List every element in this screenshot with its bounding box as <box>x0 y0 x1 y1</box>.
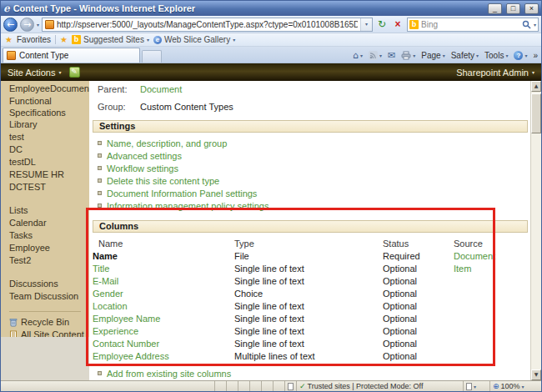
sidebar-item[interactable]: Calendar <box>9 216 86 229</box>
add-column-link[interactable]: Add from new site column <box>98 379 530 380</box>
table-row: Employee Address Multiple lines of text … <box>89 349 530 362</box>
user-menu[interactable]: Sharepoint Admin ▾ <box>456 68 534 78</box>
chevron-down-icon: ▾ <box>505 53 508 58</box>
compatibility-view-button[interactable]: ▾ <box>463 381 489 391</box>
new-tab-button[interactable] <box>142 50 162 63</box>
safety-menu[interactable]: Safety▾ <box>451 51 479 60</box>
refresh-button[interactable]: ↻ <box>375 18 389 32</box>
column-name-link[interactable]: Title <box>93 264 109 274</box>
minimize-button[interactable]: _ <box>488 3 502 14</box>
sidebar-item[interactable]: testDL <box>9 155 86 168</box>
stop-button[interactable]: × <box>391 18 404 32</box>
url-text[interactable]: http://spserver:5000/_layouts/ManageCont… <box>57 20 358 29</box>
favorites-bar: ★ Favorites ★ b Suggested Sites ▾ e Web … <box>1 33 541 47</box>
toolbar-overflow-button[interactable]: » <box>533 51 538 60</box>
sidebar-item[interactable]: Employee <box>9 241 86 254</box>
column-type-value: Single line of text <box>234 299 383 312</box>
sidebar-item-label: test <box>9 132 24 142</box>
sidebar-item[interactable]: test <box>9 130 86 143</box>
read-mail-button[interactable]: ✉ <box>388 50 395 61</box>
url-field[interactable]: http://spserver:5000/_layouts/ManageCont… <box>42 18 373 32</box>
column-name-link[interactable]: E-Mail <box>93 276 118 286</box>
vertical-scrollbar[interactable]: ▲ ▼ <box>530 81 541 380</box>
sidebar-item[interactable]: Discussions <box>9 277 86 289</box>
settings-link[interactable]: Name, description, and group <box>98 137 530 149</box>
web-slice-gallery-icon: e <box>153 36 162 44</box>
sharepoint-top-bar: Site Actions ▾ ✎ Sharepoint Admin ▾ <box>1 63 541 81</box>
column-name-link[interactable]: Contact Number <box>93 339 159 349</box>
search-icon[interactable] <box>522 20 531 29</box>
sidebar-item[interactable]: Functional Specifications Library <box>9 94 86 130</box>
settings-link[interactable]: Workflow settings <box>98 162 530 174</box>
chevron-down-icon[interactable]: ▾ <box>147 37 149 43</box>
settings-link-label: Information management policy settings <box>107 201 268 211</box>
column-source-link[interactable]: Document <box>454 251 495 261</box>
column-name-link[interactable]: Gender <box>93 289 123 299</box>
tab-title: Content Type <box>19 51 68 60</box>
close-button[interactable]: × <box>524 3 539 14</box>
add-to-favorites-icon[interactable]: ★ <box>60 35 68 44</box>
url-history-dropdown-icon[interactable]: ▾ <box>360 18 372 31</box>
settings-link[interactable]: Delete this site content type <box>98 174 530 187</box>
sidebar-item[interactable]: Test2 <box>9 254 86 266</box>
settings-link[interactable]: Advanced settings <box>98 149 530 162</box>
page-menu[interactable]: Page▾ <box>421 51 444 60</box>
sidebar-item-all-site-content[interactable]: All Site Content <box>9 329 86 337</box>
table-row: Contact Number Single line of text Optio… <box>89 337 530 349</box>
search-input[interactable]: Bing <box>421 20 519 29</box>
scroll-down-button[interactable]: ▼ <box>531 369 541 380</box>
favorites-item-suggested-sites[interactable]: b Suggested Sites ▾ <box>72 35 149 44</box>
forward-button[interactable]: → <box>20 18 34 32</box>
sidebar-item-recycle-bin[interactable]: Recycle Bin <box>9 316 86 329</box>
site-actions-menu[interactable]: Site Actions ▾ ✎ <box>8 67 80 78</box>
favorites-button[interactable]: Favorites <box>17 35 51 44</box>
scrollbar-thumb[interactable] <box>531 93 541 133</box>
settings-link[interactable]: Document Information Panel settings <box>98 187 530 199</box>
scroll-up-button[interactable]: ▲ <box>531 81 541 92</box>
sidebar-item-label: Employee <box>9 243 50 253</box>
sidebar-item[interactable]: RESUME HR <box>9 168 86 180</box>
zoom-control[interactable]: ⊕ 100% ▾ <box>489 381 541 391</box>
sidebar-item-label: testDL <box>9 157 36 167</box>
sidebar-item[interactable]: EmployeeDocument <box>9 82 86 94</box>
scrollbar-track[interactable] <box>531 133 541 369</box>
column-source-link[interactable]: Item <box>454 264 471 274</box>
column-name-link[interactable]: Employee Name <box>93 314 160 324</box>
bullet-icon <box>98 153 102 158</box>
chevron-down-icon[interactable]: ▾ <box>233 37 235 43</box>
favorites-item-label: Web Slice Gallery <box>164 35 230 44</box>
column-type-value: Single line of text <box>234 312 383 324</box>
recent-pages-dropdown-icon[interactable]: ▾ <box>37 22 39 28</box>
sidebar-item[interactable]: DCTEST <box>9 180 86 193</box>
column-name-link[interactable]: Experience <box>93 326 138 336</box>
sidebar-item[interactable]: Tasks <box>9 229 86 241</box>
back-button[interactable]: ← <box>3 18 18 32</box>
print-button[interactable]: ▾ <box>401 51 415 60</box>
tools-menu[interactable]: Tools▾ <box>484 51 508 60</box>
column-type-value: Choice <box>234 287 383 299</box>
column-name-link[interactable]: Employee Address <box>93 351 169 361</box>
chevron-down-icon: ▾ <box>58 69 61 75</box>
zoom-level: 100% <box>501 382 520 390</box>
home-button[interactable]: ⌂▾ <box>353 50 363 61</box>
favorites-item-web-slice-gallery[interactable]: e Web Slice Gallery ▾ <box>153 35 235 44</box>
sidebar-item[interactable]: Lists <box>9 204 86 216</box>
table-row: Gender Choice Optional <box>89 287 530 299</box>
column-type-value: Single line of text <box>234 337 383 349</box>
parent-value-link[interactable]: Document <box>140 84 182 94</box>
column-type-value: File <box>234 249 383 262</box>
sidebar-item[interactable]: DC <box>9 143 86 155</box>
settings-link[interactable]: Information management policy settings <box>98 199 530 212</box>
tab-favicon <box>7 51 16 60</box>
maximize-button[interactable]: □ <box>506 3 520 14</box>
help-menu[interactable]: ?▾ <box>514 51 527 60</box>
search-options-dropdown-icon[interactable]: ▾ <box>534 22 536 28</box>
column-name-link[interactable]: Location <box>93 301 128 311</box>
feeds-button[interactable]: ▾ <box>369 51 382 60</box>
add-column-link[interactable]: Add from existing site columns <box>98 367 530 379</box>
edit-page-icon[interactable]: ✎ <box>69 67 80 78</box>
search-box[interactable]: b Bing ▾ <box>407 18 539 32</box>
column-name-link[interactable]: Name <box>93 251 118 261</box>
sidebar-item[interactable]: Team Discussion <box>9 289 86 302</box>
tab-content-type[interactable]: Content Type <box>3 48 140 63</box>
